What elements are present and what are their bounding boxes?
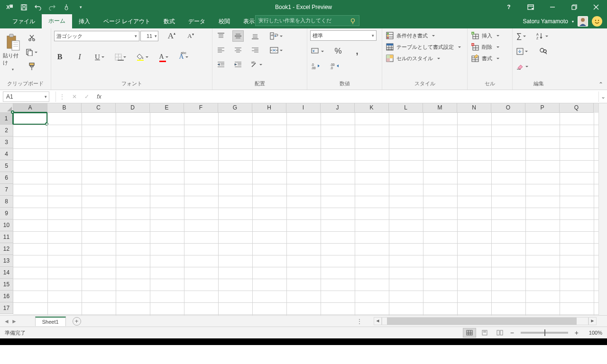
column-header-O[interactable]: O bbox=[491, 103, 525, 113]
format-painter-button[interactable] bbox=[25, 61, 38, 72]
align-left-button[interactable] bbox=[215, 45, 227, 56]
hscroll-right[interactable]: ► bbox=[589, 317, 597, 325]
align-bottom-button[interactable] bbox=[249, 30, 261, 42]
column-header-H[interactable]: H bbox=[252, 103, 286, 113]
increase-font-button[interactable]: A▴ bbox=[166, 30, 177, 42]
page-layout-view-button[interactable] bbox=[478, 328, 491, 337]
name-box[interactable]: A1 bbox=[3, 91, 49, 102]
row-header-8[interactable]: 8 bbox=[0, 196, 13, 208]
column-header-B[interactable]: B bbox=[47, 103, 82, 113]
column-header-F[interactable]: F bbox=[184, 103, 218, 113]
row-header-7[interactable]: 7 bbox=[0, 184, 13, 196]
touch-mode-button[interactable] bbox=[60, 0, 73, 14]
copy-button[interactable] bbox=[25, 46, 38, 58]
cut-button[interactable] bbox=[25, 32, 38, 44]
expand-formula-bar-button[interactable]: ⌄ bbox=[598, 91, 607, 102]
row-header-1[interactable]: 1 bbox=[0, 113, 13, 125]
collapse-ribbon-button[interactable]: ⌃ bbox=[598, 81, 603, 88]
horizontal-scrollbar[interactable]: ◄ ► bbox=[374, 317, 597, 325]
redo-button[interactable] bbox=[46, 0, 59, 14]
feedback-smiley-icon[interactable] bbox=[592, 16, 602, 27]
zoom-out-button[interactable]: − bbox=[508, 329, 516, 337]
autosum-button[interactable]: ∑ bbox=[515, 30, 527, 42]
sheet-nav-prev[interactable]: ◄ bbox=[4, 318, 9, 325]
enter-formula-button[interactable]: ✓ bbox=[81, 93, 93, 100]
row-header-13[interactable]: 13 bbox=[0, 255, 13, 267]
phonetic-button[interactable]: abcA bbox=[178, 51, 189, 63]
row-header-3[interactable]: 3 bbox=[0, 136, 13, 148]
cell-styles-button[interactable]: セルのスタイル bbox=[385, 54, 464, 63]
find-select-button[interactable] bbox=[537, 46, 549, 57]
row-header-2[interactable]: 2 bbox=[0, 125, 13, 136]
font-size-combo[interactable]: 11 bbox=[140, 31, 158, 41]
font-name-combo[interactable]: 游ゴシック bbox=[54, 31, 139, 41]
column-header-P[interactable]: P bbox=[525, 103, 560, 113]
zoom-level[interactable]: 100% bbox=[582, 330, 602, 336]
user-avatar[interactable] bbox=[578, 16, 588, 27]
insert-cells-button[interactable]: +挿入 bbox=[470, 31, 509, 40]
merge-center-button[interactable] bbox=[269, 45, 284, 56]
hscroll-left[interactable]: ◄ bbox=[374, 317, 382, 325]
tell-me-search[interactable]: 実行したい作業を入力してくだ bbox=[255, 15, 359, 26]
tab-home[interactable]: ホーム bbox=[42, 14, 72, 28]
column-header-C[interactable]: C bbox=[82, 103, 116, 113]
percent-format-button[interactable]: % bbox=[332, 46, 344, 57]
row-header-14[interactable]: 14 bbox=[0, 267, 13, 279]
delete-cells-button[interactable]: 削除 bbox=[470, 43, 509, 51]
normal-view-button[interactable] bbox=[463, 328, 476, 337]
column-header-J[interactable]: J bbox=[321, 103, 355, 113]
column-header-N[interactable]: N bbox=[457, 103, 491, 113]
save-button[interactable] bbox=[17, 0, 30, 14]
borders-button[interactable] bbox=[114, 51, 127, 63]
column-header-K[interactable]: K bbox=[355, 103, 389, 113]
zoom-slider[interactable] bbox=[521, 332, 568, 334]
ribbon-display-button[interactable] bbox=[520, 0, 542, 14]
row-header-10[interactable]: 10 bbox=[0, 219, 13, 231]
row-header-9[interactable]: 9 bbox=[0, 208, 13, 219]
decrease-font-button[interactable]: A▾ bbox=[185, 30, 196, 42]
cancel-formula-button[interactable]: ✕ bbox=[68, 93, 81, 100]
row-header-5[interactable]: 5 bbox=[0, 160, 13, 172]
formula-input[interactable] bbox=[105, 91, 598, 102]
tab-page-layout[interactable]: ページ レイアウト bbox=[97, 15, 157, 28]
clear-button[interactable] bbox=[515, 61, 529, 72]
fill-color-button[interactable] bbox=[136, 51, 149, 63]
undo-button[interactable] bbox=[31, 0, 45, 14]
orientation-button[interactable]: ab bbox=[249, 59, 263, 70]
formula-options-icon[interactable]: ⋮ bbox=[56, 93, 68, 100]
row-header-17[interactable]: 17 bbox=[0, 302, 13, 314]
column-header-D[interactable]: D bbox=[116, 103, 150, 113]
minimize-button[interactable] bbox=[542, 0, 563, 14]
row-header-12[interactable]: 12 bbox=[0, 243, 13, 255]
align-right-button[interactable] bbox=[249, 45, 261, 56]
accounting-format-button[interactable]: ¥ bbox=[310, 46, 325, 57]
column-header-A[interactable]: A bbox=[13, 103, 47, 113]
column-header-Q[interactable]: Q bbox=[560, 103, 594, 113]
tab-formulas[interactable]: 数式 bbox=[157, 15, 182, 28]
align-center-button[interactable] bbox=[232, 45, 244, 56]
user-area[interactable]: Satoru Yamamoto ▾ bbox=[523, 14, 602, 28]
wrap-text-button[interactable]: ab bbox=[269, 30, 284, 42]
qat-customize-button[interactable]: ▾ bbox=[74, 0, 87, 14]
sort-filter-button[interactable]: AZ bbox=[535, 30, 549, 42]
tab-insert[interactable]: 挿入 bbox=[72, 15, 97, 28]
decrease-decimal-button[interactable]: .00.0 bbox=[329, 61, 340, 72]
row-header-6[interactable]: 6 bbox=[0, 172, 13, 184]
tab-data[interactable]: データ bbox=[182, 15, 212, 28]
row-header-16[interactable]: 16 bbox=[0, 291, 13, 302]
paste-button[interactable]: 貼り付け ▾ bbox=[3, 30, 23, 72]
italic-button[interactable]: I bbox=[74, 51, 85, 63]
help-button[interactable]: ? bbox=[498, 0, 520, 14]
page-break-view-button[interactable] bbox=[493, 328, 506, 337]
row-header-4[interactable]: 4 bbox=[0, 148, 13, 160]
bold-button[interactable]: B bbox=[54, 51, 65, 63]
increase-decimal-button[interactable]: .0.00 bbox=[310, 61, 322, 72]
insert-function-button[interactable]: fx bbox=[93, 93, 105, 100]
tab-file[interactable]: ファイル bbox=[6, 15, 42, 28]
comma-format-button[interactable]: , bbox=[351, 46, 363, 57]
column-header-M[interactable]: M bbox=[423, 103, 457, 113]
decrease-indent-button[interactable] bbox=[215, 59, 227, 70]
fill-button[interactable] bbox=[515, 46, 529, 57]
close-button[interactable] bbox=[585, 0, 607, 14]
align-middle-button[interactable] bbox=[232, 30, 244, 42]
